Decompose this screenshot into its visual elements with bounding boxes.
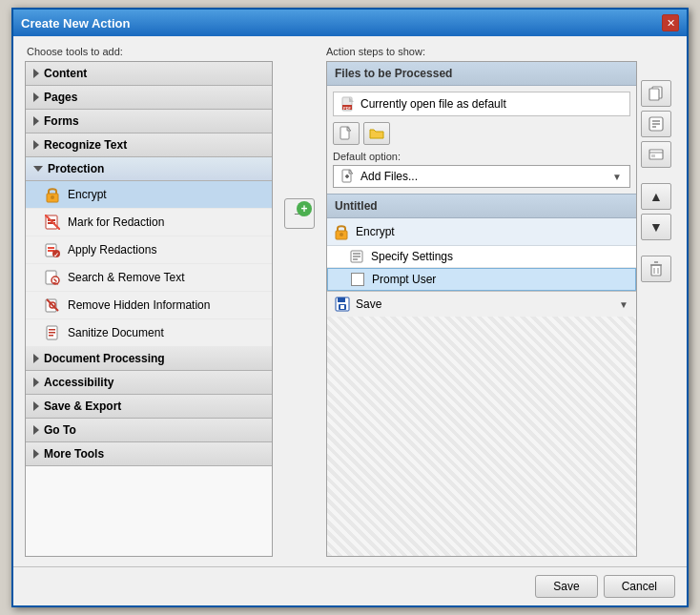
save-dropdown-arrow[interactable]: ▼ — [619, 299, 628, 310]
untitled-header: Untitled — [327, 194, 636, 218]
title-bar: Create New Action ✕ — [13, 10, 687, 36]
section-go-to[interactable]: Go To — [26, 419, 272, 442]
untitled-section: Untitled Encrypt — [327, 194, 636, 556]
right-panel: Action steps to show: Files to be Proces… — [326, 46, 675, 557]
default-option-label: Default option: — [333, 151, 630, 162]
svg-rect-48 — [651, 265, 661, 276]
svg-text:PDF: PDF — [343, 106, 352, 111]
forms-arrow-icon — [33, 116, 39, 126]
copy-button[interactable] — [641, 80, 671, 107]
specify-settings-label: Specify Settings — [371, 250, 453, 263]
properties-icon — [649, 116, 664, 132]
section-pages-label: Pages — [44, 91, 77, 104]
protection-arrow-icon — [33, 166, 43, 172]
protection-items: Encrypt — [26, 181, 272, 347]
section-doc-processing-label: Document Processing — [44, 352, 165, 365]
svg-rect-19 — [49, 329, 55, 331]
tool-apply-redactions-label: Apply Redactions — [68, 243, 156, 256]
specify-settings-icon — [350, 250, 363, 263]
new-document-button[interactable] — [333, 122, 360, 145]
folder-icon — [369, 126, 384, 141]
svg-point-1 — [51, 195, 54, 199]
action-steps-panel: Files to be Processed PDF Cur — [326, 61, 637, 557]
delete-button[interactable] — [641, 256, 671, 282]
delete-icon — [649, 261, 663, 277]
add-files-label: Add Files... — [360, 170, 418, 183]
encrypt-action-icon — [335, 223, 348, 240]
section-forms[interactable]: Forms — [26, 110, 272, 133]
save-button[interactable]: Save — [535, 575, 597, 598]
tool-item-sanitize[interactable]: Sanitize Document — [26, 319, 272, 347]
up-arrow-icon: ▲ — [649, 189, 663, 204]
add-to-action-button[interactable]: → + — [284, 198, 315, 229]
properties-button[interactable] — [641, 111, 671, 137]
down-arrow-icon: ▼ — [649, 219, 663, 235]
add-action-area: → + — [280, 46, 319, 229]
section-protection[interactable]: Protection — [26, 157, 272, 181]
tool-remove-hidden-label: Remove Hidden Information — [68, 298, 210, 312]
section-recognize-text-label: Recognize Text — [44, 138, 127, 152]
save-action-row[interactable]: Save ▼ — [327, 291, 636, 317]
remove-hidden-icon — [45, 297, 60, 313]
empty-action-area — [327, 317, 636, 556]
svg-rect-21 — [49, 335, 53, 337]
close-button[interactable]: ✕ — [662, 14, 679, 31]
open-folder-button[interactable] — [363, 122, 390, 145]
section-accessibility[interactable]: Accessibility — [26, 371, 272, 395]
section-more-tools[interactable]: More Tools — [26, 442, 272, 466]
move-up-button[interactable]: ▲ — [641, 183, 671, 210]
tool-item-encrypt[interactable]: Encrypt — [26, 181, 272, 209]
section-forms-label: Forms — [44, 114, 79, 128]
prompt-user-checkbox[interactable] — [351, 273, 364, 286]
tool-search-remove-label: Search & Remove Text — [68, 271, 185, 284]
encrypt-icon — [45, 187, 60, 202]
tool-item-search-remove[interactable]: Search & Remove Text — [26, 264, 272, 292]
sub-item-prompt-user[interactable]: Prompt User — [327, 268, 636, 291]
encrypt-sub-items: Specify Settings Prompt User — [327, 246, 636, 291]
section-protection-label: Protection — [48, 162, 104, 175]
tool-item-mark-redaction[interactable]: Mark for Redaction — [26, 209, 272, 236]
files-header: Files to be Processed — [327, 62, 636, 86]
save-action-label: Save — [356, 297, 381, 311]
sub-item-specify-settings[interactable]: Specify Settings — [327, 246, 636, 268]
more-tools-arrow-icon — [33, 449, 39, 459]
encrypt-action-label: Encrypt — [356, 225, 395, 238]
dialog-footer: Save Cancel — [13, 566, 687, 605]
file-buttons — [333, 122, 630, 145]
create-new-action-dialog: Create New Action ✕ Choose tools to add:… — [11, 8, 689, 607]
tool-sanitize-label: Sanitize Document — [68, 326, 164, 339]
dialog-body: Choose tools to add: Content Pages — [13, 36, 687, 566]
tools-list: Content Pages Forms Rec — [25, 61, 273, 557]
search-remove-icon — [45, 270, 60, 285]
new-doc-icon — [339, 126, 354, 141]
section-document-processing[interactable]: Document Processing — [26, 347, 272, 371]
section-save-export[interactable]: Save & Export — [26, 395, 272, 419]
move-down-button[interactable]: ▼ — [641, 214, 671, 240]
section-pages[interactable]: Pages — [26, 86, 272, 110]
add-files-dropdown[interactable]: Add Files... ▼ — [333, 165, 630, 188]
section-save-export-label: Save & Export — [44, 400, 121, 413]
section-recognize-text[interactable]: Recognize Text — [26, 133, 272, 157]
spacer — [641, 172, 675, 179]
cancel-button[interactable]: Cancel — [604, 575, 675, 598]
add-files-icon — [341, 169, 355, 184]
current-file-text: Currently open file as default — [360, 97, 506, 111]
encrypt-action-row[interactable]: Encrypt — [327, 218, 636, 246]
go-to-arrow-icon — [33, 425, 39, 435]
pages-arrow-icon — [33, 92, 39, 102]
svg-rect-36 — [338, 297, 345, 302]
manage-icon — [649, 147, 664, 162]
manage-button[interactable] — [641, 141, 671, 168]
apply-redactions-icon: ✓ — [45, 242, 60, 257]
tool-item-apply-redactions[interactable]: ✓ Apply Redactions — [26, 236, 272, 264]
svg-rect-40 — [649, 89, 659, 100]
svg-rect-20 — [49, 332, 55, 334]
section-content[interactable]: Content — [26, 62, 272, 86]
tool-item-remove-hidden[interactable]: Remove Hidden Information — [26, 292, 272, 319]
current-file-row: PDF Currently open file as default — [333, 92, 630, 116]
section-go-to-label: Go To — [44, 423, 76, 437]
doc-processing-arrow-icon — [33, 354, 39, 363]
mark-redaction-icon — [45, 215, 60, 230]
accessibility-arrow-icon — [33, 378, 39, 387]
spacer2 — [641, 244, 675, 252]
